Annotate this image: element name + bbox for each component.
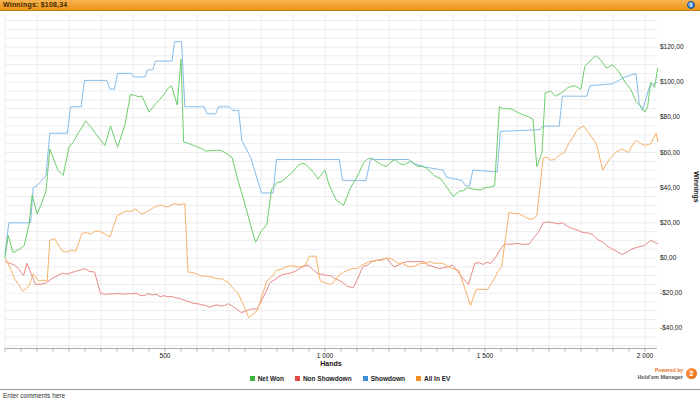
x-tick-label: 500 xyxy=(160,352,171,359)
y-tick-label: $40,00 xyxy=(660,184,680,191)
legend-swatch-icon xyxy=(295,376,300,381)
series-line-all-in-ev xyxy=(5,126,658,318)
comments-input[interactable] xyxy=(0,389,700,418)
y-tick-label: $60,00 xyxy=(660,149,680,156)
winnings-chart: 5001 0001 5002 000$120,00$100,00$80,00$6… xyxy=(0,0,700,390)
legend-swatch-icon xyxy=(416,376,421,381)
winnings-graph-window: Winnings: $108,34 i 5001 0001 5002 000$1… xyxy=(0,0,700,418)
brand-label: Hold'em Manager xyxy=(637,374,683,380)
legend-label: Non Showdown xyxy=(303,375,352,382)
series-line-net-won xyxy=(5,56,658,258)
holdem-manager-logo-icon: 2 xyxy=(686,368,697,379)
y-tick-label: -$20,00 xyxy=(660,289,682,296)
y-axis-title: Winnings xyxy=(692,171,700,203)
legend-swatch-icon xyxy=(250,376,255,381)
chart-series xyxy=(5,42,658,318)
legend-swatch-icon xyxy=(363,376,368,381)
x-tick-label: 1 500 xyxy=(477,352,494,359)
legend-item-all-in-ev[interactable]: All In EV xyxy=(416,375,450,382)
y-tick-label: $100,00 xyxy=(660,78,684,85)
x-tick-label: 2 000 xyxy=(637,352,654,359)
y-tick-label: $20,00 xyxy=(660,219,680,226)
x-axis-title: Hands xyxy=(320,360,342,367)
y-tick-label: $0,00 xyxy=(660,254,677,261)
legend-item-net-won[interactable]: Net Won xyxy=(250,375,284,382)
y-tick-label: $80,00 xyxy=(660,113,680,120)
legend-item-showdown[interactable]: Showdown xyxy=(363,375,405,382)
legend-item-non-showdown[interactable]: Non Showdown xyxy=(295,375,352,382)
legend-label: Showdown xyxy=(371,375,405,382)
legend-label: Net Won xyxy=(258,375,284,382)
x-tick-label: 1 000 xyxy=(317,352,334,359)
axis-labels: 5001 0001 5002 000$120,00$100,00$80,00$6… xyxy=(160,43,684,359)
legend-label: All In EV xyxy=(424,375,450,382)
y-tick-label: $120,00 xyxy=(660,43,684,50)
grid-lines xyxy=(5,14,657,348)
chart-legend: Net WonNon ShowdownShowdownAll In EV xyxy=(0,375,700,382)
powered-by-footer: Powered by Hold'em Manager 2 xyxy=(637,368,697,380)
y-tick-label: -$40,00 xyxy=(660,324,682,331)
